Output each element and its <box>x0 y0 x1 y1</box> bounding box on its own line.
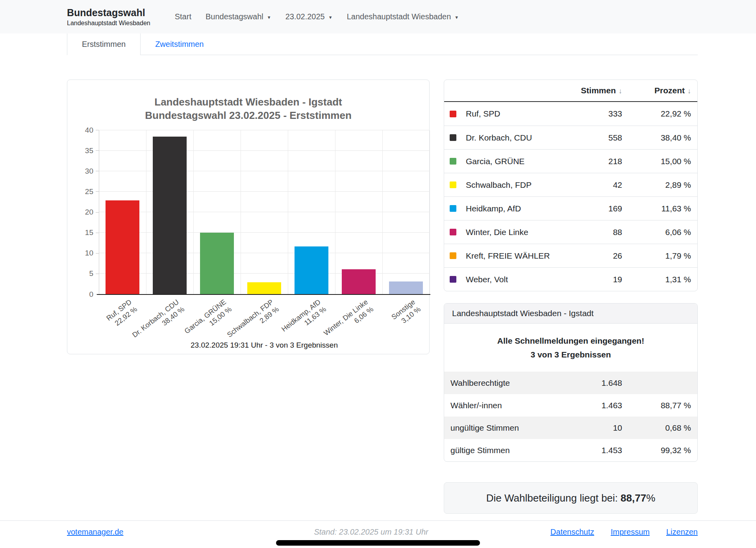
gridline-h <box>99 273 430 274</box>
table-row-heidkamp-afd: Heidkamp, AfD16911,63 % <box>444 196 697 220</box>
nav-item-landeshauptstadt-wiesbaden[interactable]: Landeshauptstadt Wiesbaden▼ <box>347 12 459 21</box>
results-table-header: Stimmen↓ Prozent↓ <box>444 80 697 102</box>
summary-value: 1.648 <box>567 378 622 388</box>
summary-table-body: Wahlberechtigte1.648Wähler/-innen1.46388… <box>444 372 697 461</box>
column-header-stimmen-label: Stimmen <box>581 86 616 95</box>
gridline-v <box>335 130 335 294</box>
y-axis-tick-label: 0 <box>89 290 93 299</box>
y-axis-tick-label: 15 <box>85 228 93 237</box>
nav-item-label: Landeshauptstadt Wiesbaden <box>347 12 451 21</box>
votes-value: 88 <box>571 228 622 237</box>
y-axis-tick <box>96 253 99 254</box>
nav-item-start[interactable]: Start <box>175 12 191 21</box>
tab-erststimmen[interactable]: Erststimmen <box>67 33 141 55</box>
bar-dr-korbach-cdu[interactable] <box>153 137 187 294</box>
summary-label: ungültige Stimmen <box>450 423 567 433</box>
sort-desc-icon[interactable]: ↓ <box>619 87 622 95</box>
party-color-swatch <box>450 158 456 165</box>
column-header-stimmen[interactable]: Stimmen↓ <box>571 86 622 95</box>
gridline-h <box>99 171 430 171</box>
tab-bar: ErststimmenZweitstimmen <box>67 33 698 55</box>
x-label-text: Heidkamp, AfD11,63 % <box>280 298 328 341</box>
y-axis-line <box>99 130 99 294</box>
bar-winter-die-linke[interactable] <box>342 269 376 294</box>
percent-value: 38,40 % <box>622 133 691 143</box>
y-axis-tick <box>96 150 99 151</box>
summary-row-ungültige-stimmen: ungültige Stimmen100,68 % <box>444 417 697 439</box>
bar-garcia-grüne[interactable] <box>200 233 234 294</box>
bar-schwalbach-fdp[interactable] <box>247 282 281 294</box>
gridline-h <box>99 130 430 130</box>
percent-value: 15,00 % <box>622 157 691 166</box>
page-footer: votemanager.de Stand: 23.02.2025 um 19:3… <box>0 520 756 537</box>
y-axis-tick <box>96 171 99 171</box>
bar-heidkamp-afd[interactable] <box>295 246 328 294</box>
main-nav: StartBundestagswahl▼23.02.2025▼Landeshau… <box>175 12 459 21</box>
tab-zweitstimmen[interactable]: Zweitstimmen <box>141 33 218 55</box>
chart-title-line2: Bundestagswahl 23.02.2025 - Erststimmen <box>78 109 418 122</box>
y-axis-tick <box>96 191 99 192</box>
votemanager-link[interactable]: votemanager.de <box>67 528 123 537</box>
percent-value: 1,79 % <box>622 251 691 261</box>
percent-value: 6,06 % <box>622 228 691 237</box>
candidate-name: Heidkamp, AfD <box>466 204 571 213</box>
summary-value: 1.453 <box>567 446 622 455</box>
y-axis-tick-label: 40 <box>85 126 93 135</box>
party-color-swatch <box>450 205 456 212</box>
results-table-card: Stimmen↓ Prozent↓ Ruf, SPD33322,92 %Dr. … <box>444 80 698 291</box>
right-column: Stimmen↓ Prozent↓ Ruf, SPD33322,92 %Dr. … <box>444 80 698 514</box>
summary-card-title: Landeshauptstadt Wiesbaden - Igstadt <box>444 304 697 324</box>
chevron-down-icon: ▼ <box>454 14 459 20</box>
turnout-card: Die Wahlbeteiligung liegt bei: 88,77 % <box>444 482 698 514</box>
y-axis-tick-label: 5 <box>89 269 93 278</box>
results-table-body: Ruf, SPD33322,92 %Dr. Korbach, CDU55838,… <box>444 102 697 291</box>
gridline-v <box>430 130 430 294</box>
sort-desc-icon[interactable]: ↓ <box>687 87 691 95</box>
gridline-v <box>241 130 241 294</box>
table-row-ruf-spd: Ruf, SPD33322,92 % <box>444 102 697 126</box>
chart-caption: 23.02.2025 19:31 Uhr - 3 von 3 Ergebniss… <box>99 341 430 350</box>
summary-row-wahlberechtigte: Wahlberechtigte1.648 <box>444 372 697 394</box>
percent-value: 22,92 % <box>622 109 691 118</box>
footer-link-impressum[interactable]: Impressum <box>611 528 650 537</box>
turnout-value: 88,77 <box>621 492 646 504</box>
app-subtitle: Landeshauptstadt Wiesbaden <box>67 20 150 27</box>
summary-percent: 88,77 % <box>622 401 691 410</box>
bar-ruf-spd[interactable] <box>106 200 139 294</box>
candidate-name: Ruf, SPD <box>466 109 571 118</box>
gridline-h <box>99 232 430 233</box>
summary-status: Alle Schnellmeldungen eingegangen! 3 von… <box>444 324 697 372</box>
votes-value: 19 <box>571 275 622 284</box>
nav-item-label: 23.02.2025 <box>285 12 325 21</box>
footer-link-datenschutz[interactable]: Datenschutz <box>550 528 594 537</box>
gridline-h <box>99 253 430 253</box>
y-axis-tick-label: 35 <box>85 146 93 155</box>
summary-value: 10 <box>567 423 622 433</box>
y-axis-tick <box>96 130 99 130</box>
table-row-kreft-freie-wähler: Kreft, FREIE WÄHLER261,79 % <box>444 244 697 267</box>
footer-link-lizenzen[interactable]: Lizenzen <box>666 528 698 537</box>
bar-chart-plot: 0510152025303540 <box>99 130 430 294</box>
y-axis-tick-label: 25 <box>85 187 93 196</box>
votes-value: 42 <box>571 180 622 190</box>
footer-links: DatenschutzImpressumLizenzen <box>550 528 698 537</box>
gridline-v <box>382 130 383 294</box>
gridline-h <box>99 150 430 151</box>
candidate-name: Kreft, FREIE WÄHLER <box>466 251 571 261</box>
percent-value: 1,31 % <box>622 275 691 284</box>
x-label-text: Dr. Korbach, CDU38,40 % <box>130 298 186 347</box>
gridline-v <box>146 130 146 294</box>
table-row-schwalbach-fdp: Schwalbach, FDP422,89 % <box>444 173 697 196</box>
x-label-text: Sonstige3,10 % <box>390 298 423 329</box>
summary-label: gültige Stimmen <box>450 446 567 455</box>
candidate-name: Garcia, GRÜNE <box>466 157 571 166</box>
brand: Bundestagswahl Landeshauptstadt Wiesbade… <box>67 7 150 27</box>
column-header-prozent[interactable]: Prozent↓ <box>622 86 691 95</box>
party-color-swatch <box>450 252 456 259</box>
y-axis-tick <box>96 212 99 213</box>
nav-item-23-02-2025[interactable]: 23.02.2025▼ <box>285 12 333 21</box>
turnout-text: Die Wahlbeteiligung liegt bei: <box>486 492 618 504</box>
nav-item-bundestagswahl[interactable]: Bundestagswahl▼ <box>206 12 271 21</box>
bar-sonstige[interactable] <box>389 281 423 294</box>
chart-title: Landeshauptstadt Wiesbaden - Igstadt Bun… <box>78 96 418 122</box>
